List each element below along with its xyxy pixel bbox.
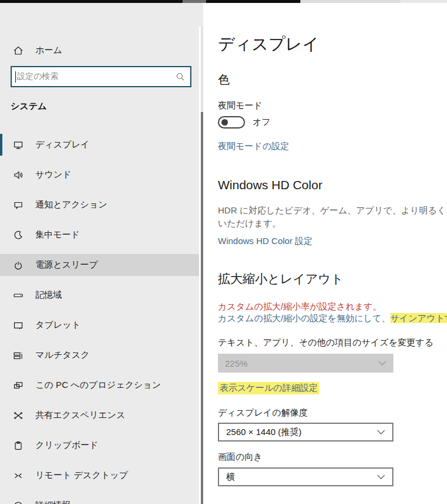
sidebar-section-system: システム bbox=[11, 101, 47, 112]
clipboard-icon bbox=[13, 440, 24, 451]
sidebar-item-8[interactable]: この PC へのプロジェクション bbox=[0, 374, 199, 396]
sidebar-item-label: 集中モード bbox=[35, 229, 80, 241]
custom-scale-signout-link[interactable]: カスタムの拡大/縮小の設定を無効にして、サインアウトする bbox=[218, 313, 447, 324]
resolution-select-value: 2560 × 1440 (推奨) bbox=[226, 427, 302, 438]
sidebar-item-label: 記憶域 bbox=[35, 289, 62, 301]
text-caret bbox=[15, 71, 16, 83]
section-title-color: 色 bbox=[218, 72, 230, 88]
sidebar-item-3[interactable]: 集中モード bbox=[0, 224, 199, 246]
home-icon bbox=[13, 45, 24, 56]
sidebar-item-label: クリップボード bbox=[35, 440, 98, 451]
night-mode-settings-link[interactable]: 夜間モードの設定 bbox=[218, 141, 289, 152]
night-mode-label: 夜間モード bbox=[218, 100, 263, 111]
orientation-label: 画面の向き bbox=[218, 452, 263, 463]
hd-color-settings-link[interactable]: Windows HD Color 設定 bbox=[218, 236, 313, 247]
projection-icon bbox=[13, 380, 24, 391]
sidebar-item-10[interactable]: クリップボード bbox=[0, 434, 199, 456]
sidebar-item-label: 共有エクスペリエンス bbox=[35, 410, 125, 421]
section-title-scale-layout: 拡大縮小とレイアウト bbox=[218, 271, 343, 287]
size-select: 225% bbox=[218, 354, 393, 373]
sidebar-item-7[interactable]: マルチタスク bbox=[0, 344, 199, 366]
sidebar-item-label: ホーム bbox=[35, 45, 62, 56]
sidebar-item-2[interactable]: 通知とアクション bbox=[0, 194, 199, 216]
resolution-label: ディスプレイの解像度 bbox=[218, 407, 307, 419]
sidebar-item-label: 詳細情報 bbox=[35, 500, 71, 504]
sidebar-item-label: 通知とアクション bbox=[35, 199, 107, 210]
notifications-icon bbox=[13, 200, 24, 210]
storage-icon bbox=[13, 290, 24, 301]
sidebar-item-6[interactable]: タブレット bbox=[0, 314, 199, 336]
chevron-down-icon bbox=[377, 430, 385, 435]
hd-color-description-line2: いただけます。 bbox=[218, 218, 281, 229]
night-mode-toggle-row: オフ bbox=[218, 116, 271, 129]
chevron-down-icon bbox=[377, 475, 385, 480]
sidebar-item-0[interactable]: ディスプレイ bbox=[0, 134, 199, 156]
signout-link-highlighted[interactable]: サインアウトする bbox=[390, 313, 447, 323]
custom-scale-warning: カスタムの拡大/縮小率が設定されます。 bbox=[218, 301, 382, 312]
page-title: ディスプレイ bbox=[218, 33, 319, 55]
orientation-select[interactable]: 横 bbox=[218, 467, 393, 486]
sidebar-item-12[interactable]: 詳細情報 bbox=[0, 495, 199, 504]
hd-color-description-line1: HDR に対応したビデオ、ゲーム、アプリで、より明るく、より鮮やかな画 bbox=[218, 205, 447, 216]
toggle-state-label: オフ bbox=[253, 117, 271, 128]
sidebar-nav: ディスプレイサウンド通知とアクション集中モード電源とスリープ記憶域タブレットマル… bbox=[0, 134, 199, 504]
about-icon bbox=[13, 500, 24, 504]
sidebar-item-label: この PC へのプロジェクション bbox=[35, 380, 161, 391]
size-change-label: テキスト、アプリ、その他の項目のサイズを変更する bbox=[218, 337, 433, 348]
shared-experiences-icon bbox=[13, 410, 24, 421]
sidebar-item-label: リモート デスクトップ bbox=[35, 470, 128, 481]
sidebar-item-label: タブレット bbox=[35, 319, 81, 331]
sidebar: ホーム 設定の検索 システム ディスプレイサウンド通知とアクション集中モード電源… bbox=[0, 3, 199, 504]
sidebar-item-label: マルチタスク bbox=[35, 350, 90, 361]
orientation-select-value: 横 bbox=[226, 472, 235, 483]
power-icon bbox=[13, 260, 24, 271]
sound-icon bbox=[13, 170, 24, 180]
sidebar-item-11[interactable]: リモート デスクトップ bbox=[0, 465, 199, 486]
search-icon[interactable] bbox=[176, 72, 185, 81]
settings-window: ← 設定 ホーム 設定の検索 システム ディスプレイサウンド通知とアクション集中… bbox=[0, 0, 447, 504]
sidebar-item-label: サウンド bbox=[35, 169, 71, 180]
sidebar-item-home[interactable]: ホーム bbox=[0, 39, 199, 61]
tablet-icon bbox=[13, 320, 24, 331]
chevron-down-icon bbox=[378, 361, 386, 366]
resolution-select[interactable]: 2560 × 1440 (推奨) bbox=[218, 423, 393, 442]
signout-link-prefix: カスタムの拡大/縮小の設定を無効にして、 bbox=[218, 313, 390, 323]
focus-mode-icon bbox=[13, 230, 24, 241]
display-icon bbox=[13, 140, 24, 150]
size-select-value: 225% bbox=[225, 358, 247, 368]
section-title-hd-color: Windows HD Color bbox=[218, 178, 322, 192]
toggle-knob bbox=[221, 119, 228, 126]
search-input[interactable]: 設定の検索 bbox=[11, 66, 191, 87]
sidebar-item-4[interactable]: 電源とスリープ bbox=[0, 254, 199, 276]
multitask-icon bbox=[13, 350, 24, 361]
sidebar-item-9[interactable]: 共有エクスペリエンス bbox=[0, 404, 199, 426]
night-mode-toggle[interactable] bbox=[218, 116, 245, 129]
sidebar-item-label: ディスプレイ bbox=[35, 139, 90, 150]
main-content: ディスプレイ 色 夜間モード オフ 夜間モードの設定 Windows HD Co… bbox=[203, 3, 447, 504]
advanced-scaling-link[interactable]: 表示スケールの詳細設定 bbox=[218, 382, 319, 394]
sidebar-item-5[interactable]: 記憶域 bbox=[0, 284, 199, 306]
sidebar-item-1[interactable]: サウンド bbox=[0, 164, 199, 186]
search-placeholder: 設定の検索 bbox=[17, 71, 176, 82]
remote-desktop-icon bbox=[13, 470, 24, 481]
sidebar-item-label: 電源とスリープ bbox=[35, 259, 98, 271]
